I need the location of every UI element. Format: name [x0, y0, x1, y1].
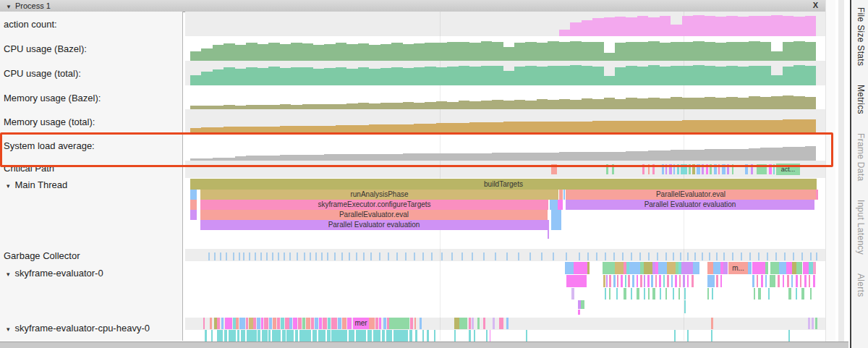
trace-event[interactable]: [427, 330, 429, 341]
trace-event[interactable]: [211, 330, 213, 341]
trace-event[interactable]: [665, 288, 667, 300]
trace-event[interactable]: [262, 330, 268, 341]
trace-event[interactable]: [757, 275, 758, 287]
trace-event[interactable]: [693, 262, 699, 274]
trace-event[interactable]: [816, 190, 818, 200]
trace-event[interactable]: [707, 275, 715, 287]
trace-event[interactable]: [375, 318, 378, 329]
trace-event[interactable]: [621, 275, 623, 287]
trace-event[interactable]: [356, 330, 366, 341]
trace-event[interactable]: [754, 288, 755, 300]
trace-event[interactable]: [687, 275, 689, 287]
trace-event[interactable]: [434, 330, 435, 341]
trace-event[interactable]: [673, 164, 675, 174]
trace-event[interactable]: [761, 275, 763, 287]
trace-event[interactable]: [796, 275, 798, 287]
trace-event[interactable]: [813, 275, 815, 287]
trace-event[interactable]: [298, 318, 302, 329]
trace-event[interactable]: [379, 318, 381, 329]
trace-event[interactable]: [720, 275, 722, 287]
trace-event[interactable]: [299, 330, 311, 341]
trace-event[interactable]: [246, 318, 248, 329]
trace-event[interactable]: [414, 318, 416, 329]
thread-label-skyframe-evaluator-cpu-heavy-0[interactable]: ▾skyframe-evaluator-cpu-heavy-0: [7, 323, 150, 334]
trace-event[interactable]: [765, 275, 767, 287]
trace-event[interactable]: [253, 318, 256, 329]
trace-event[interactable]: [778, 275, 780, 287]
trace-event[interactable]: [210, 318, 212, 329]
trace-event-ParallelEvaluatoreval[interactable]: ParallelEvaluator.eval: [566, 190, 816, 200]
trace-event[interactable]: [315, 318, 318, 329]
trace-event[interactable]: [652, 164, 655, 174]
trace-event[interactable]: [765, 262, 768, 274]
trace-event[interactable]: [578, 310, 580, 315]
trace-event[interactable]: [707, 262, 713, 274]
trace-event[interactable]: [679, 275, 681, 287]
trace-event[interactable]: [190, 190, 197, 200]
trace-event[interactable]: [613, 275, 616, 287]
trace-event[interactable]: [605, 288, 606, 300]
trace-event[interactable]: [644, 288, 645, 300]
sidebar-tab-alerts[interactable]: Alerts: [854, 266, 866, 297]
trace-event[interactable]: [420, 318, 422, 329]
trace-event[interactable]: [237, 330, 239, 341]
trace-event[interactable]: [551, 210, 561, 230]
sidebar-tab-file-size-stats[interactable]: File Size Stats: [854, 0, 866, 66]
trace-event[interactable]: [615, 262, 624, 274]
trace-event[interactable]: [808, 318, 810, 329]
trace-event[interactable]: [722, 164, 726, 174]
trace-event[interactable]: [783, 275, 784, 287]
trace-event[interactable]: [389, 318, 409, 329]
trace-event[interactable]: [684, 300, 686, 313]
trace-event[interactable]: [662, 164, 664, 174]
trace-event-buildTargets[interactable]: buildTargets: [190, 179, 817, 190]
trace-event-ParallelEvaluatorevaluation[interactable]: Parallel Evaluator evaluation: [200, 220, 548, 230]
trace-event[interactable]: [684, 288, 686, 300]
trace-event[interactable]: [660, 288, 661, 300]
trace-event[interactable]: [224, 330, 227, 341]
trace-event[interactable]: [493, 318, 495, 329]
counter-area-chart[interactable]: [190, 12, 816, 36]
trace-event[interactable]: [328, 318, 331, 329]
trace-event[interactable]: [788, 288, 791, 300]
trace-event[interactable]: [629, 262, 640, 274]
trace-event[interactable]: [697, 164, 700, 174]
trace-event[interactable]: [655, 275, 657, 287]
trace-event[interactable]: [809, 275, 810, 287]
trace-event[interactable]: [702, 164, 704, 174]
trace-event[interactable]: [647, 275, 650, 287]
trace-event[interactable]: [773, 164, 775, 174]
trace-event[interactable]: [667, 275, 669, 287]
trace-event[interactable]: [548, 220, 549, 239]
trace-event[interactable]: [644, 262, 652, 274]
trace-event[interactable]: [669, 164, 672, 174]
trace-event[interactable]: [644, 275, 645, 287]
trace-event[interactable]: [236, 318, 239, 329]
trace-event[interactable]: [681, 164, 687, 174]
trace-event[interactable]: [712, 288, 713, 300]
trace-event[interactable]: [786, 262, 792, 274]
trace-event[interactable]: [347, 318, 352, 329]
trace-event[interactable]: [293, 318, 297, 329]
thread-label-main-thread[interactable]: ▾Main Thread: [7, 179, 67, 190]
trace-event[interactable]: [770, 275, 775, 287]
trace-event[interactable]: [812, 318, 814, 329]
trace-event[interactable]: [268, 330, 271, 341]
trace-event[interactable]: [617, 275, 618, 287]
trace-event[interactable]: [369, 318, 375, 329]
trace-event[interactable]: [526, 330, 527, 341]
trace-event[interactable]: [678, 288, 680, 300]
trace-event[interactable]: [677, 164, 679, 174]
trace-event[interactable]: [327, 330, 331, 341]
trace-event[interactable]: [659, 275, 661, 287]
trace-event[interactable]: [409, 330, 412, 341]
trace-event[interactable]: [801, 288, 804, 300]
trace-event-ParallelEvaluatoreval[interactable]: ParallelEvaluator.eval: [200, 210, 548, 220]
trace-event[interactable]: [312, 330, 317, 341]
trace-event[interactable]: [272, 330, 281, 341]
trace-event[interactable]: [282, 330, 286, 341]
trace-event[interactable]: [624, 288, 626, 300]
trace-event[interactable]: [190, 210, 197, 220]
trace-event[interactable]: [273, 318, 276, 329]
trace-event[interactable]: [342, 318, 346, 329]
